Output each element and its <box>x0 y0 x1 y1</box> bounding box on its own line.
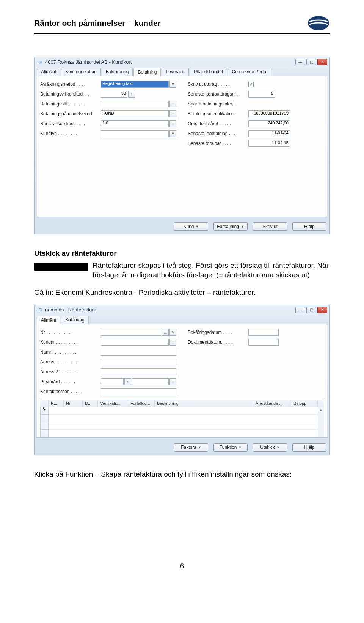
page-header: Räntor och påminnelser – kunder <box>34 15 330 34</box>
hjalp-button[interactable]: Hjälp <box>292 443 326 452</box>
forsaljning-button[interactable]: Försäljning▼ <box>213 222 248 231</box>
col-d[interactable]: D... <box>83 400 98 407</box>
label-senaste-kontoutdragsnr: Senaste kontoutdragsnr . <box>188 91 248 97</box>
lookup-icon[interactable]: ↑ <box>128 91 135 98</box>
input-betalningsvillkorskod[interactable]: 30 <box>101 91 127 98</box>
lookup-icon[interactable]: ↑ <box>169 120 176 127</box>
tab-allmant[interactable]: Allmänt <box>37 68 60 76</box>
utskick-button[interactable]: Utskick▼ <box>253 443 287 452</box>
tab-kommunikation[interactable]: Kommunikation <box>61 68 101 76</box>
ellipsis-icon[interactable]: … <box>162 329 169 336</box>
table-row[interactable] <box>49 430 318 437</box>
input-rantevillkorskod[interactable]: 1,0 <box>101 120 169 127</box>
hjalp-button[interactable]: Hjälp <box>292 222 326 231</box>
section-paragraph-2: Gå in: Ekonomi Kundreskontra - Periodisk… <box>34 288 330 297</box>
label-betalningsvillkorskod: Betalningsvillkorskod. . . <box>40 91 101 97</box>
close-button[interactable]: ✕ <box>317 59 327 65</box>
app-icon: ⊞ <box>37 307 43 313</box>
minimize-button[interactable]: — <box>295 307 305 313</box>
input-betalningssatt[interactable] <box>101 101 169 107</box>
row-selector[interactable] <box>40 430 49 437</box>
tab-leverans[interactable]: Leverans <box>162 68 188 76</box>
title-bar: ⊞ namnlös - Räntefaktura — ▢ ✕ <box>35 305 329 314</box>
faktura-button[interactable]: Faktura▼ <box>174 443 208 452</box>
tab-fakturering[interactable]: Fakturering <box>102 68 133 76</box>
input-dokumentdatum[interactable] <box>248 339 279 346</box>
label-bokforingsdatum: Bokföringsdatum . . . . <box>188 330 248 335</box>
section-paragraph-1: Räntefakturor skapas i två steg. Först g… <box>93 261 330 280</box>
label-kundnr: Kundnr . . . . . . . . . <box>40 340 101 345</box>
close-button[interactable]: ✕ <box>317 307 327 313</box>
kund-button[interactable]: Kund▼ <box>174 222 208 231</box>
funktion-button[interactable]: Funktion▼ <box>213 443 248 452</box>
col-beskrivning[interactable]: Beskrivning <box>155 400 253 407</box>
input-kundnr[interactable] <box>101 339 169 346</box>
label-kontaktperson: Kontaktperson . . . . . <box>40 389 101 394</box>
col-nr[interactable]: Nr <box>64 400 83 407</box>
lookup-icon[interactable]: ↑ <box>169 339 176 346</box>
chevron-down-icon: ▼ <box>198 445 201 449</box>
input-postnr[interactable] <box>101 378 124 385</box>
tab-bokforing[interactable]: Bokföring <box>61 316 89 324</box>
window-controls: — ▢ ✕ <box>295 59 327 65</box>
label-betalningspaminnelsekod: Betalningspåminnelsekod <box>40 111 101 116</box>
lookup-icon[interactable]: ↑ <box>124 378 131 385</box>
dropdown-icon[interactable]: ▼ <box>169 130 176 137</box>
input-nr[interactable] <box>101 329 161 336</box>
lookup-icon[interactable]: ↑ <box>169 101 176 107</box>
tab-betalning[interactable]: Betalning <box>133 68 161 76</box>
edit-icon[interactable]: ✎ <box>169 329 176 336</box>
input-kundtyp[interactable] <box>101 130 169 137</box>
col-r[interactable]: R... <box>49 400 64 407</box>
label-skriv-ut-utdrag: Skriv ut utdrag . . . . . <box>188 82 248 87</box>
chevron-down-icon: ▼ <box>241 225 244 228</box>
redaction-bar <box>34 263 88 271</box>
input-namn[interactable] <box>101 349 176 356</box>
input-oms-forra-aret[interactable]: 740 742,00 <box>248 120 290 127</box>
minimize-button[interactable]: — <box>295 59 305 65</box>
input-avrakningsmetod[interactable]: Registrering fakt <box>101 81 169 88</box>
col-forfallod[interactable]: Förfallod... <box>128 400 155 407</box>
chevron-down-icon: ▼ <box>276 445 280 449</box>
row-selector[interactable]: *▸ <box>40 407 49 415</box>
maximize-button[interactable]: ▢ <box>306 307 316 313</box>
label-adress: Adress . . . . . . . . . <box>40 359 101 365</box>
input-bokforingsdatum[interactable] <box>248 329 279 336</box>
form-area: Avräkningsmetod . . . . Registrering fak… <box>37 76 327 217</box>
lookup-icon[interactable]: ↑ <box>169 378 176 385</box>
dropdown-icon[interactable]: ▼ <box>169 81 176 88</box>
tabs: Allmänt Kommunikation Fakturering Betaln… <box>35 66 329 76</box>
table-row[interactable] <box>49 407 318 415</box>
title-bar: ⊞ 4007 Roknäs Järnhandel AB - Kundkort —… <box>35 57 329 66</box>
form-col-right: Bokföringsdatum . . . . Dokumentdatum. .… <box>188 328 324 397</box>
table-row[interactable] <box>49 422 318 430</box>
input-betalningsidentifikation[interactable]: 000000001021799 <box>248 110 290 117</box>
maximize-button[interactable]: ▢ <box>306 59 316 65</box>
row-selector[interactable] <box>40 422 49 430</box>
lookup-icon[interactable]: ↑ <box>169 110 176 117</box>
input-senaste-inbetalning[interactable]: 11-01-04 <box>248 130 290 137</box>
input-betalningspaminnelsekod[interactable]: KUND <box>101 110 169 117</box>
table-row[interactable] <box>49 415 318 422</box>
input-adress2[interactable] <box>101 368 176 375</box>
form-col-left: Avräkningsmetod . . . . Registrering fak… <box>40 80 176 149</box>
label-rantevillkorskod: Räntevillkorskod. . . . . <box>40 121 101 126</box>
label-adress2: Adress 2 . . . . . . . . <box>40 369 101 374</box>
col-verifikation[interactable]: Verifikatio... <box>98 400 128 407</box>
app-icon: ⊞ <box>37 59 43 65</box>
input-senaste-kontoutdragsnr[interactable]: 0 <box>248 91 275 98</box>
form-area: Nr . . . . . . . . . . . … ✎ Kundnr . . … <box>37 324 327 438</box>
input-adress[interactable] <box>101 359 176 365</box>
tab-utlandshandel[interactable]: Utlandshandel <box>190 68 227 76</box>
col-aterstaende[interactable]: Återstående ... <box>253 400 291 407</box>
checkbox-skriv-ut-utdrag[interactable]: ✓ <box>248 82 254 87</box>
scrollbar[interactable]: ▴ <box>318 407 324 437</box>
input-ort[interactable] <box>132 378 169 385</box>
tab-commerce-portal[interactable]: Commerce Portal <box>228 68 271 76</box>
input-senaste-forsdat[interactable]: 11-04-15 <box>248 140 290 147</box>
input-kontaktperson[interactable] <box>101 388 176 395</box>
row-selector[interactable] <box>40 415 49 422</box>
col-belopp[interactable]: Belopp <box>291 400 318 407</box>
tab-allmant[interactable]: Allmänt <box>37 316 60 324</box>
skriv-ut-button[interactable]: Skriv ut <box>253 222 287 231</box>
